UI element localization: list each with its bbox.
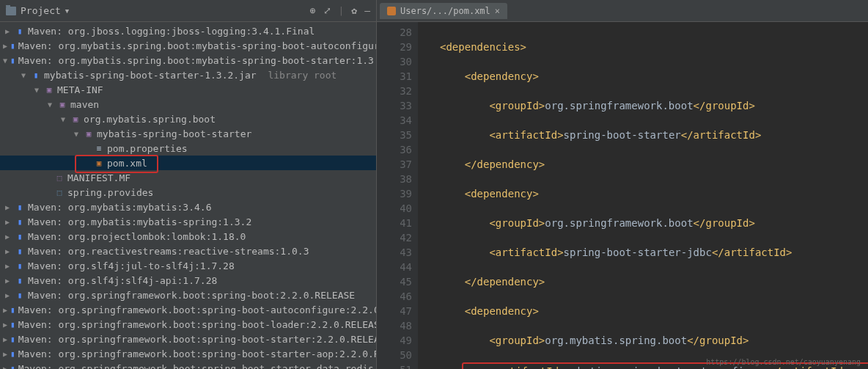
tree-item[interactable]: ▶▮Maven: org.projectlombok:lombok:1.18.0 [0, 229, 376, 244]
tab-label: Users/.../pom.xml [400, 6, 490, 16]
project-label[interactable]: Project [21, 5, 61, 16]
tree-item[interactable]: ⬚MANIFEST.MF [0, 170, 376, 185]
tree-item[interactable]: ▶▮Maven: org.springframework.boot:spring… [0, 346, 376, 361]
tree-item[interactable]: ▶▮Maven: org.springframework.boot:spring… [0, 332, 376, 346]
tree-item[interactable]: ▶▮Maven: org.reactivestreams:reactive-st… [0, 244, 376, 258]
editor-panel: Users/.../pom.xml × 28 29 30 31 32 33 34… [377, 0, 868, 369]
editor-tabs: Users/.../pom.xml × [377, 0, 868, 22]
dropdown-icon[interactable]: ▼ [65, 7, 69, 15]
line-gutter: 28 29 30 31 32 33 34 35 36 37 38 39 40 4… [377, 22, 418, 369]
tree-item[interactable]: ▶▮Maven: org.mybatis.spring.boot:mybatis… [0, 38, 376, 53]
pom-file-icon [387, 7, 396, 15]
tree-item[interactable]: ⬚spring.provides [0, 185, 376, 200]
watermark-text: https://blog.csdn.net/caoyuanyenang [706, 358, 861, 366]
tree-item[interactable]: ▶▮Maven: org.jboss.logging:jboss-logging… [0, 23, 376, 38]
tree-item[interactable]: ▼▮Maven: org.mybatis.spring.boot:mybatis… [0, 53, 376, 67]
tree-item[interactable]: ▼▣mybatis-spring-boot-starter [0, 126, 376, 141]
tree-item[interactable]: ▶▮Maven: org.mybatis:mybatis-spring:1.3.… [0, 214, 376, 229]
tree-item[interactable]: ▶▮Maven: org.springframework.boot:spring… [0, 317, 376, 332]
tree-item[interactable]: ▼▮mybatis-spring-boot-starter-1.3.2.jar … [0, 67, 376, 82]
hide-icon[interactable]: — [364, 5, 370, 16]
tree-item[interactable]: ▶▮Maven: org.slf4j:jul-to-slf4j:1.7.28 [0, 258, 376, 273]
project-tool-window: Project ▼ ⊕ ⤢ | ✿ — ▶▮Maven: org.jboss.l… [0, 0, 377, 369]
divider: | [339, 5, 345, 16]
locate-icon[interactable]: ⊕ [310, 5, 316, 16]
tree-item-pom-xml[interactable]: ▣pom.xml [0, 156, 376, 170]
tree-item[interactable]: ▼▣org.mybatis.spring.boot [0, 112, 376, 126]
gear-icon[interactable]: ✿ [351, 5, 357, 16]
project-toolbar: Project ▼ ⊕ ⤢ | ✿ — [0, 0, 376, 22]
tree-item[interactable]: ≡pom.properties [0, 141, 376, 156]
tree-item[interactable]: ▶▮Maven: org.mybatis:mybatis:3.4.6 [0, 200, 376, 214]
tree-item[interactable]: ▶▮Maven: org.slf4j:slf4j-api:1.7.28 [0, 273, 376, 288]
tab-pom-xml[interactable]: Users/.../pom.xml × [380, 3, 507, 19]
tree-item[interactable]: ▶▮Maven: org.springframework.boot:spring… [0, 288, 376, 302]
expand-icon[interactable]: ⤢ [323, 5, 331, 16]
tree-item[interactable]: ▼▣META-INF [0, 82, 376, 97]
close-icon[interactable]: × [495, 6, 500, 16]
code-area[interactable]: <dependencies> <dependency> <groupId>org… [418, 22, 868, 369]
project-icon [6, 7, 16, 15]
tree-item[interactable]: ▶▮Maven: org.springframework.boot:spring… [0, 302, 376, 317]
code-editor[interactable]: 28 29 30 31 32 33 34 35 36 37 38 39 40 4… [377, 22, 868, 369]
tree-item[interactable]: ▶▮Maven: org.springframework.boot:spring… [0, 361, 376, 369]
project-tree[interactable]: ▶▮Maven: org.jboss.logging:jboss-logging… [0, 22, 376, 369]
tree-item[interactable]: ▼▣maven [0, 97, 376, 112]
